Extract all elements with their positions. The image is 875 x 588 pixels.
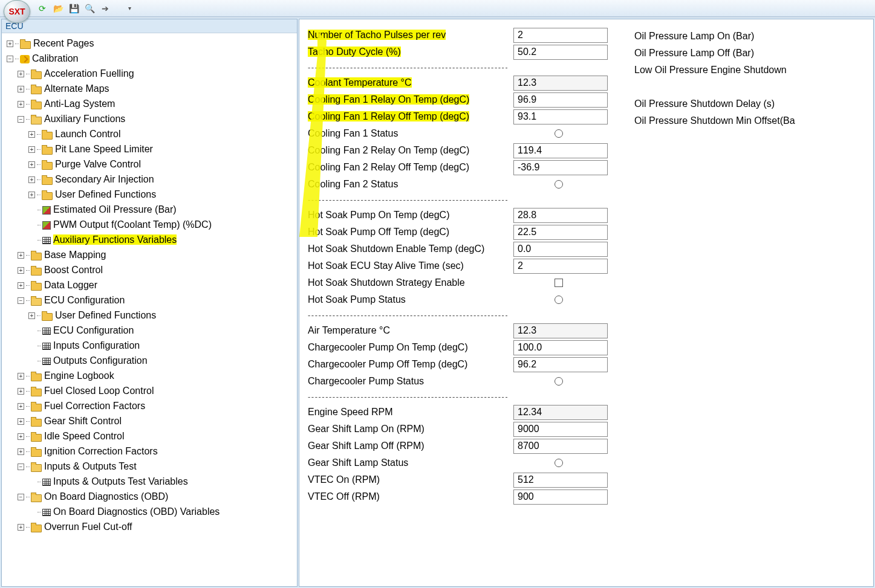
value-input[interactable] <box>513 422 608 437</box>
search-icon[interactable]: 🔍 <box>83 2 96 15</box>
form-label: Air Temperature °C <box>308 325 513 336</box>
expand-icon[interactable]: − <box>18 494 24 500</box>
tree-node-pwm-output-f-coolant-temp-dc-[interactable]: PWM Output f(Coolant Temp) (%DC) <box>3 217 296 232</box>
form-label: Oil Pressure Shutdown Delay (s) <box>634 99 775 109</box>
expand-icon[interactable]: − <box>18 116 24 123</box>
value-input[interactable] <box>513 489 608 505</box>
tree-node-auxiliary-functions[interactable]: −Auxiliary Functions <box>3 111 296 126</box>
export-icon[interactable]: ➔ <box>99 2 111 15</box>
tree-node-pit-lane-speed-limiter[interactable]: +Pit Lane Speed Limiter <box>3 141 296 157</box>
refresh-icon[interactable]: ⟳ <box>36 2 48 15</box>
value-input[interactable] <box>513 473 608 488</box>
folder-icon <box>31 267 42 275</box>
expand-icon[interactable]: + <box>18 403 24 410</box>
form-label: Oil Pressure Lamp Off (Bar) <box>634 48 754 59</box>
expand-icon[interactable]: + <box>18 71 24 77</box>
tree-node-fuel-correction-factors[interactable]: +Fuel Correction Factors <box>3 398 296 413</box>
tree-node-inputs-outputs-test-variables[interactable]: Inputs & Outputs Test Variables <box>3 474 296 489</box>
grid-icon <box>42 479 51 486</box>
tree-node-alternate-maps[interactable]: +Alternate Maps <box>3 81 296 96</box>
expand-icon[interactable]: + <box>18 388 24 395</box>
tree-node-launch-control[interactable]: +Launch Control <box>3 126 296 141</box>
expand-icon[interactable]: + <box>18 282 24 289</box>
expand-icon[interactable]: + <box>18 433 24 440</box>
tree-node-recent-pages[interactable]: +Recent Pages <box>3 36 296 51</box>
form-label: Hot Soak ECU Stay Alive Time (sec) <box>308 260 513 271</box>
expand-icon[interactable]: + <box>18 86 24 92</box>
expand-icon[interactable]: + <box>18 267 24 274</box>
form-label: Cooling Fan 1 Relay On Temp (degC) <box>308 94 513 105</box>
value-input[interactable] <box>513 143 608 158</box>
tree-node-fuel-closed-loop-control[interactable]: +Fuel Closed Loop Control <box>3 383 296 398</box>
tree-node-ecu-configuration[interactable]: −ECU Configuration <box>3 292 296 308</box>
value-input[interactable] <box>513 45 608 60</box>
separator: ----------------------------------------… <box>308 195 507 204</box>
expand-icon[interactable]: − <box>7 56 13 62</box>
tree-node-purge-valve-control[interactable]: +Purge Valve Control <box>3 157 296 172</box>
value-input[interactable] <box>513 259 608 274</box>
expand-icon[interactable]: + <box>18 524 24 531</box>
tree-node-auxiliary-functions-variables[interactable]: Auxiliary Functions Variables <box>3 232 296 247</box>
form-label: Cooling Fan 2 Status <box>308 179 513 190</box>
expand-icon[interactable]: + <box>18 418 24 425</box>
save-icon[interactable]: 💾 <box>68 2 80 15</box>
dropdown-icon[interactable]: ▾ <box>123 2 135 15</box>
expand-icon[interactable]: + <box>28 192 35 198</box>
value-input[interactable] <box>513 340 608 355</box>
tree-node-ignition-correction-factors[interactable]: +Ignition Correction Factors <box>3 444 296 459</box>
expand-icon[interactable]: + <box>18 373 24 380</box>
expand-icon[interactable]: − <box>18 297 24 304</box>
value-input[interactable] <box>513 439 608 454</box>
open-icon[interactable]: 📂 <box>52 2 64 15</box>
expand-icon[interactable]: + <box>28 131 35 138</box>
expand-icon[interactable]: + <box>18 252 24 259</box>
value-input[interactable] <box>513 208 608 223</box>
tree-node-inputs-outputs-test[interactable]: −Inputs & Outputs Test <box>3 459 296 474</box>
tree-node-boost-control[interactable]: +Boost Control <box>3 262 296 277</box>
tree-node-user-defined-functions[interactable]: +User Defined Functions <box>3 187 296 202</box>
expand-icon[interactable]: − <box>18 464 24 470</box>
form-row: Hot Soak Pump Off Temp (degC) <box>308 224 622 241</box>
tree-node-ecu-configuration[interactable]: ECU Configuration <box>3 323 296 338</box>
value-input[interactable] <box>513 225 608 240</box>
value-input[interactable] <box>513 357 608 372</box>
form-label: Hot Soak Shutdown Strategy Enable <box>308 277 513 288</box>
checkbox[interactable] <box>555 279 563 287</box>
tree-node-data-logger[interactable]: +Data Logger <box>3 277 296 292</box>
expand-icon[interactable]: + <box>28 146 35 153</box>
tree-node-label: PWM Output f(Coolant Temp) (%DC) <box>53 219 212 230</box>
tree-node-engine-logbook[interactable]: +Engine Logbook <box>3 368 296 383</box>
value-input[interactable] <box>513 28 608 43</box>
tree-node-estimated-oil-pressure-bar-[interactable]: Estimated Oil Pressure (Bar) <box>3 202 296 217</box>
tree-node-outputs-configuration[interactable]: Outputs Configuration <box>3 353 296 368</box>
separator: ----------------------------------------… <box>308 392 507 401</box>
form-row: Hot Soak Pump On Temp (degC) <box>308 207 622 224</box>
tree-node-inputs-configuration[interactable]: Inputs Configuration <box>3 338 296 353</box>
tree-node-anti-lag-system[interactable]: +Anti-Lag System <box>3 96 296 111</box>
tree-node-on-board-diagnostics-obd-variables[interactable]: On Board Diagnostics (OBD) Variables <box>3 504 296 519</box>
tree-node-acceleration-fuelling[interactable]: +Acceleration Fuelling <box>3 66 296 81</box>
tree-node-gear-shift-control[interactable]: +Gear Shift Control <box>3 413 296 428</box>
tree-node-overrun-fuel-cut-off[interactable]: +Overrun Fuel Cut-off <box>3 519 296 534</box>
expand-icon[interactable]: + <box>28 312 35 319</box>
value-input[interactable] <box>513 109 608 124</box>
tree-node-label: Ignition Correction Factors <box>44 446 158 456</box>
tree-node-user-defined-functions[interactable]: +User Defined Functions <box>3 308 296 323</box>
expand-icon[interactable]: + <box>18 448 24 455</box>
expand-icon[interactable]: + <box>18 101 24 108</box>
tree-node-secondary-air-injection[interactable]: +Secondary Air Injection <box>3 172 296 187</box>
expand-icon[interactable]: + <box>28 161 35 168</box>
tree-node-on-board-diagnostics-obd-[interactable]: −On Board Diagnostics (OBD) <box>3 489 296 504</box>
tree-node-idle-speed-control[interactable]: +Idle Speed Control <box>3 428 296 444</box>
tree-body[interactable]: +Recent Pages−Calibration+Acceleration F… <box>2 33 297 586</box>
tree-node-base-mapping[interactable]: +Base Mapping <box>3 247 296 262</box>
tree-node-calibration[interactable]: −Calibration <box>3 51 296 66</box>
expand-icon[interactable]: + <box>7 40 13 47</box>
app-logo-badge[interactable]: SXT <box>4 0 30 23</box>
value-input[interactable] <box>513 160 608 175</box>
value-input[interactable] <box>513 242 608 257</box>
form-row: Oil Pressure Shutdown Delay (s) <box>634 95 865 112</box>
cube-icon <box>42 221 51 230</box>
value-input[interactable] <box>513 92 608 108</box>
expand-icon[interactable]: + <box>28 176 35 183</box>
